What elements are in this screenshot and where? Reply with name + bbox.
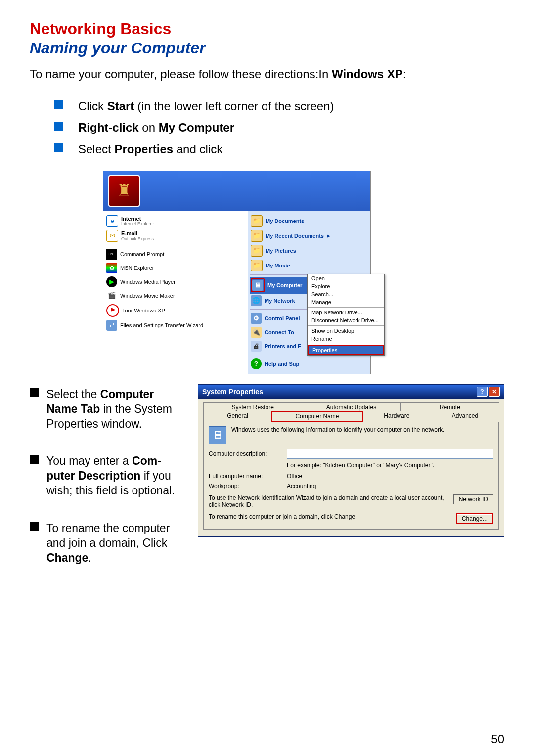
close-button[interactable]: ✕ bbox=[489, 387, 500, 397]
netid-text: To use the Network Identification Wizard… bbox=[209, 494, 446, 508]
submenu-arrow-icon: ▶ bbox=[327, 233, 330, 238]
identify-text: Windows uses the following information t… bbox=[231, 426, 444, 433]
start-item-wmm[interactable]: 🎬Windows Movie Maker bbox=[105, 289, 246, 303]
start-menu-right-column: 📁My Documents 📁My Recent Documents ▶ 📁My… bbox=[248, 211, 370, 374]
step-click-start: Click Start (in the lower left corner of… bbox=[54, 95, 504, 117]
tour-icon: ⚑ bbox=[106, 304, 119, 317]
ctx-show-desktop[interactable]: Show on Desktop bbox=[308, 327, 384, 335]
ctx-open[interactable]: Open bbox=[308, 274, 384, 282]
system-properties-window: System Properties ? ✕ System Restore Aut… bbox=[198, 384, 504, 537]
computer-description-input[interactable] bbox=[287, 449, 493, 459]
ie-icon: e bbox=[106, 215, 118, 227]
computer-icon: 🖥 bbox=[209, 426, 226, 444]
ctx-search[interactable]: Search... bbox=[308, 290, 384, 298]
help-icon: ? bbox=[251, 358, 262, 369]
desc-hint: For example: "Kitchen Computer" or "Mary… bbox=[287, 462, 493, 469]
start-item-music[interactable]: 📁My Music bbox=[250, 258, 368, 275]
start-menu-screenshot: ♜ eInternetInternet Explorer ✉E-mailOutl… bbox=[103, 171, 371, 374]
start-item-help[interactable]: ?Help and Sup bbox=[250, 357, 368, 371]
note-enter-desc: You may enter a Com­puter Description if… bbox=[30, 451, 183, 518]
workgroup-label: Workgroup: bbox=[209, 483, 282, 489]
start-item-email[interactable]: ✉E-mailOutlook Express bbox=[105, 228, 246, 245]
window-title: System Properties bbox=[202, 388, 263, 396]
context-menu: Open Explore Search... Manage Map Networ… bbox=[307, 274, 385, 356]
ctx-manage[interactable]: Manage bbox=[308, 298, 384, 306]
tab-hardware[interactable]: Hardware bbox=[362, 411, 431, 422]
intro-text: To name your computer, please follow the… bbox=[30, 66, 504, 82]
connect-icon: 🔌 bbox=[251, 327, 262, 338]
start-item-recent[interactable]: 📁My Recent Documents ▶ bbox=[250, 228, 368, 243]
folder-icon: 📁 bbox=[251, 245, 263, 257]
msn-icon: ✿ bbox=[106, 263, 117, 273]
folder-icon: 📁 bbox=[251, 215, 263, 227]
step-select-properties: Select Properties and click bbox=[54, 138, 504, 160]
start-item-fast[interactable]: ⇄Files and Settings Transfer Wizard bbox=[105, 318, 246, 332]
change-button[interactable]: Change... bbox=[456, 513, 493, 524]
tab-general[interactable]: General bbox=[203, 411, 272, 422]
cmd-icon: C:\_ bbox=[106, 249, 117, 260]
controlpanel-icon: ⚙ bbox=[251, 313, 262, 324]
note-rename-change: To rename the computer and join a domain… bbox=[30, 518, 183, 585]
ctx-explore[interactable]: Explore bbox=[308, 282, 384, 290]
network-icon: 🌐 bbox=[251, 295, 262, 306]
start-item-mydocs[interactable]: 📁My Documents bbox=[250, 214, 368, 228]
fullname-label: Full computer name: bbox=[209, 473, 282, 480]
user-avatar-icon: ♜ bbox=[108, 175, 140, 207]
notes-list: Select the Computer Name Tab in the Syst… bbox=[30, 384, 183, 585]
ctx-rename[interactable]: Rename bbox=[308, 335, 384, 343]
instruction-list: Click Start (in the lower left corner of… bbox=[54, 95, 504, 160]
change-text: To rename this computer or join a domain… bbox=[209, 513, 449, 520]
fullname-value: Office bbox=[287, 473, 302, 480]
computer-icon: 🖥 bbox=[252, 280, 263, 291]
printer-icon: 🖨 bbox=[251, 341, 262, 352]
workgroup-value: Accounting bbox=[287, 483, 316, 489]
ctx-disconnect-drive[interactable]: Disconnect Network Drive... bbox=[308, 316, 384, 324]
ctx-map-drive[interactable]: Map Network Drive... bbox=[308, 309, 384, 316]
step-rightclick-mycomputer: Right-click on My Computer bbox=[54, 117, 504, 138]
desc-label: Computer description: bbox=[209, 450, 282, 457]
note-select-tab: Select the Computer Name Tab in the Syst… bbox=[30, 384, 183, 451]
start-item-msn[interactable]: ✿MSN Explorer bbox=[105, 261, 246, 275]
start-item-pics[interactable]: 📁My Pictures bbox=[250, 243, 368, 258]
help-button[interactable]: ? bbox=[477, 387, 488, 397]
tab-advanced[interactable]: Advanced bbox=[431, 411, 499, 422]
page-subheading: Naming your Computer bbox=[30, 39, 504, 57]
email-icon: ✉ bbox=[106, 230, 118, 242]
tab-computer-name[interactable]: Computer Name bbox=[271, 411, 363, 422]
folder-icon: 📁 bbox=[251, 230, 263, 242]
start-item-cmd[interactable]: C:\_Command Prompt bbox=[105, 247, 246, 261]
transfer-icon: ⇄ bbox=[106, 320, 117, 331]
network-id-button[interactable]: Network ID bbox=[453, 494, 493, 504]
wmm-icon: 🎬 bbox=[106, 290, 117, 301]
start-item-tour[interactable]: ⚑Tour Windows XP bbox=[105, 303, 246, 318]
start-item-wmp[interactable]: ▶Windows Media Player bbox=[105, 275, 246, 289]
start-menu-left-column: eInternetInternet Explorer ✉E-mailOutloo… bbox=[103, 211, 248, 374]
ctx-properties[interactable]: Properties bbox=[308, 345, 384, 355]
folder-icon: 📁 bbox=[251, 260, 263, 271]
page-heading: Networking Basics bbox=[30, 20, 504, 38]
wmp-icon: ▶ bbox=[106, 276, 117, 287]
start-item-internet[interactable]: eInternetInternet Explorer bbox=[105, 214, 246, 228]
